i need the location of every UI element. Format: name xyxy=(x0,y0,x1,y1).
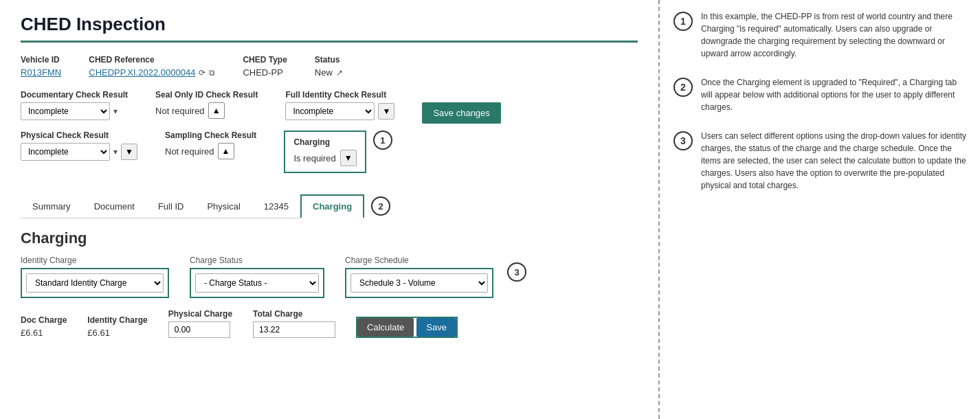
sampling-upgrade-button[interactable]: ▲ xyxy=(218,143,234,159)
step-2-circle: 2 xyxy=(673,78,693,97)
physical-chevron-icon: ▾ xyxy=(113,147,118,157)
step-1-text: In this example, the CHED-PP is from res… xyxy=(701,10,966,60)
doc-charge-label: Doc Charge xyxy=(21,315,67,325)
charge-schedule-bordered: Schedule 3 - Volume Schedule 1 - Basic S… xyxy=(345,268,493,298)
seal-only-upgrade-button[interactable]: ▲ xyxy=(208,102,225,119)
ched-type-group: CHED Type CHED-PP xyxy=(243,55,287,78)
copy-icon[interactable]: ⧉ xyxy=(209,68,215,78)
page-title: CHED Inspection xyxy=(21,14,638,43)
charging-fields-container: Identity Charge Standard Identity Charge… xyxy=(21,256,493,338)
total-charge-label: Total Charge xyxy=(253,309,335,319)
left-panel: CHED Inspection Vehicle ID R013FMN CHED … xyxy=(0,0,660,419)
charge-status-field: Charge Status - Charge Status - Paid Unp… xyxy=(190,256,324,298)
charge-schedule-field: Charge Schedule Schedule 3 - Volume Sche… xyxy=(345,256,493,298)
total-charge-input[interactable] xyxy=(253,321,335,338)
charge-schedule-select[interactable]: Schedule 3 - Volume Schedule 1 - Basic S… xyxy=(350,273,488,293)
identity-charge-field: Identity Charge Standard Identity Charge… xyxy=(21,256,169,298)
charging-box: Charging Is required ▼ xyxy=(284,131,366,173)
check-results-row-1: Documentary Check Result Incomplete Comp… xyxy=(21,90,638,124)
tab-physical[interactable]: Physical xyxy=(195,195,252,217)
step-1: 1 In this example, the CHED-PP is from r… xyxy=(673,10,966,60)
charging-downgrade-button[interactable]: ▼ xyxy=(340,150,357,166)
total-charge-group: Total Charge xyxy=(253,309,335,338)
tab-12345[interactable]: 12345 xyxy=(252,195,300,217)
charge-values-row: Doc Charge £6.61 Identity Charge £6.61 P… xyxy=(21,309,493,338)
doc-charge-group: Doc Charge £6.61 xyxy=(21,315,67,338)
tab-summary[interactable]: Summary xyxy=(21,195,82,217)
physical-charge-group: Physical Charge xyxy=(168,309,232,338)
check-results-row-2: Physical Check Result Incomplete Complet… xyxy=(21,131,638,173)
history-icon[interactable]: ⟳ xyxy=(199,68,205,78)
charging-save-button[interactable]: Save xyxy=(416,318,456,337)
documentary-check-group: Documentary Check Result Incomplete Comp… xyxy=(21,90,128,120)
sampling-check-value: Not required xyxy=(165,146,214,157)
identity-charge-val-group: Identity Charge £6.61 xyxy=(87,315,147,338)
save-changes-group: Save changes xyxy=(422,102,500,124)
physical-charge-input[interactable] xyxy=(168,321,230,338)
charging-box-value: Is required xyxy=(293,153,335,163)
tab-full-id[interactable]: Full ID xyxy=(146,195,196,217)
physical-check-group: Physical Check Result Incomplete Complet… xyxy=(21,131,137,161)
seal-only-check-group: Seal Only ID Check Result Not required ▲ xyxy=(155,90,258,119)
identity-charge-select[interactable]: Standard Identity Charge Reduced Identit… xyxy=(26,273,164,293)
physical-check-label: Physical Check Result xyxy=(21,131,137,140)
charging-box-label: Charging xyxy=(293,137,356,147)
charge-status-bordered: - Charge Status - Paid Unpaid Waived xyxy=(190,268,324,298)
tab-charging[interactable]: Charging xyxy=(300,194,364,218)
calculate-save-border-group: Calculate Save xyxy=(356,317,458,338)
charging-box-value-row: Is required ▼ xyxy=(293,150,356,166)
charging-content-with-annotation: Identity Charge Standard Identity Charge… xyxy=(21,256,638,338)
full-identity-check-group: Full Identity Check Result Incomplete Co… xyxy=(285,90,394,120)
charge-schedule-label: Charge Schedule xyxy=(345,256,493,265)
charge-status-label: Charge Status xyxy=(190,256,324,265)
documentary-check-label: Documentary Check Result xyxy=(21,90,128,100)
right-panel: 1 In this example, the CHED-PP is from r… xyxy=(660,0,980,419)
physical-check-select[interactable]: Incomplete Complete Not required xyxy=(21,143,110,161)
tab-document[interactable]: Document xyxy=(82,195,146,217)
ched-ref-value[interactable]: CHEDPP.XI.2022.0000044 xyxy=(89,67,195,78)
identity-charge-val-value: £6.61 xyxy=(87,328,147,338)
tabs-row-with-annotation: Summary Document Full ID Physical 12345 … xyxy=(21,194,638,218)
documentary-chevron-icon: ▾ xyxy=(113,106,118,116)
seal-only-check-row: Not required ▲ xyxy=(155,102,258,119)
full-identity-check-select-row: Incomplete Complete Not required ▼ xyxy=(285,102,394,120)
identity-charge-val-label: Identity Charge xyxy=(87,315,147,325)
charging-selects-row: Identity Charge Standard Identity Charge… xyxy=(21,256,493,298)
charging-section-title: Charging xyxy=(21,229,638,247)
sampling-check-label: Sampling Check Result xyxy=(165,131,256,140)
top-fields-row: Vehicle ID R013FMN CHED Reference CHEDPP… xyxy=(21,55,638,78)
doc-charge-value: £6.61 xyxy=(21,328,67,338)
status-value-row: New ↗ xyxy=(315,67,343,78)
step-2-text: Once the Charging element is upgraded to… xyxy=(701,76,966,113)
full-identity-check-select[interactable]: Incomplete Complete Not required xyxy=(285,102,375,120)
full-identity-check-label: Full Identity Check Result xyxy=(285,90,394,100)
status-label: Status xyxy=(315,55,343,65)
ched-ref-label: CHED Reference xyxy=(89,55,215,65)
step-3-circle: 3 xyxy=(673,131,693,150)
ched-ref-group: CHED Reference CHEDPP.XI.2022.0000044 ⟳ … xyxy=(89,55,215,78)
documentary-check-select[interactable]: Incomplete Complete Not required xyxy=(21,102,110,120)
identity-charge-label: Identity Charge xyxy=(21,256,169,265)
charging-content: Charging Identity Charge Standard Identi… xyxy=(21,218,638,349)
seal-only-check-label: Seal Only ID Check Result xyxy=(155,90,258,100)
physical-charge-label: Physical Charge xyxy=(168,309,232,319)
physical-downgrade-button[interactable]: ▼ xyxy=(121,144,137,160)
external-link-icon[interactable]: ↗ xyxy=(336,68,343,78)
vehicle-id-label: Vehicle ID xyxy=(21,55,61,65)
annotation-2-circle: 2 xyxy=(371,196,390,216)
annotation-1-circle: 1 xyxy=(373,131,392,150)
save-changes-button[interactable]: Save changes xyxy=(422,102,500,124)
calculate-button[interactable]: Calculate xyxy=(357,318,414,337)
charging-box-with-annotation: Charging Is required ▼ 1 xyxy=(284,131,392,173)
documentary-check-select-row: Incomplete Complete Not required ▾ xyxy=(21,102,128,120)
seal-only-check-value: Not required xyxy=(155,106,205,116)
ched-type-label: CHED Type xyxy=(243,55,287,65)
charge-status-select[interactable]: - Charge Status - Paid Unpaid Waived xyxy=(195,273,319,293)
step-3: 3 Users can select different options usi… xyxy=(673,130,966,192)
step-3-text: Users can select different options using… xyxy=(701,130,966,192)
ched-ref-value-row: CHEDPP.XI.2022.0000044 ⟳ ⧉ xyxy=(89,67,215,78)
full-identity-downgrade-button[interactable]: ▼ xyxy=(378,103,394,120)
physical-check-select-row: Incomplete Complete Not required ▾ ▼ xyxy=(21,143,137,161)
calc-save-group: Calculate Save xyxy=(356,317,458,338)
vehicle-id-value[interactable]: R013FMN xyxy=(21,67,61,78)
